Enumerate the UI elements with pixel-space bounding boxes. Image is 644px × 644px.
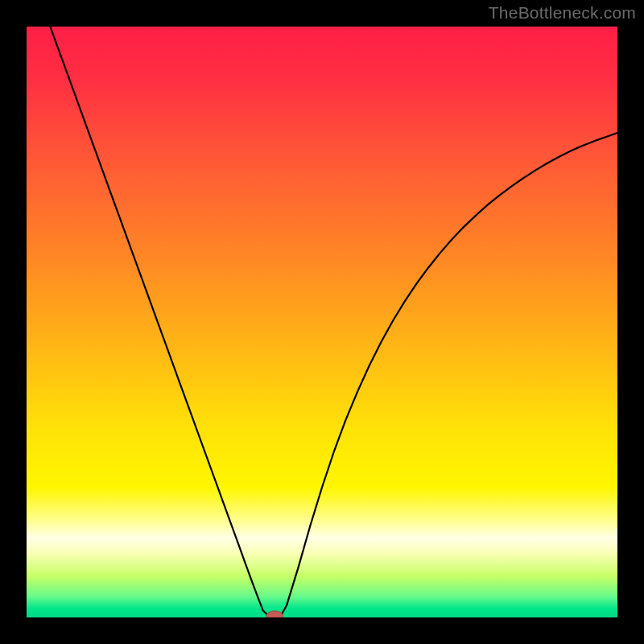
- chart-svg: [27, 27, 617, 617]
- gradient-background: [27, 27, 617, 617]
- chart-frame: TheBottleneck.com: [0, 0, 644, 644]
- plot-area: [27, 27, 617, 617]
- watermark-text: TheBottleneck.com: [489, 3, 636, 23]
